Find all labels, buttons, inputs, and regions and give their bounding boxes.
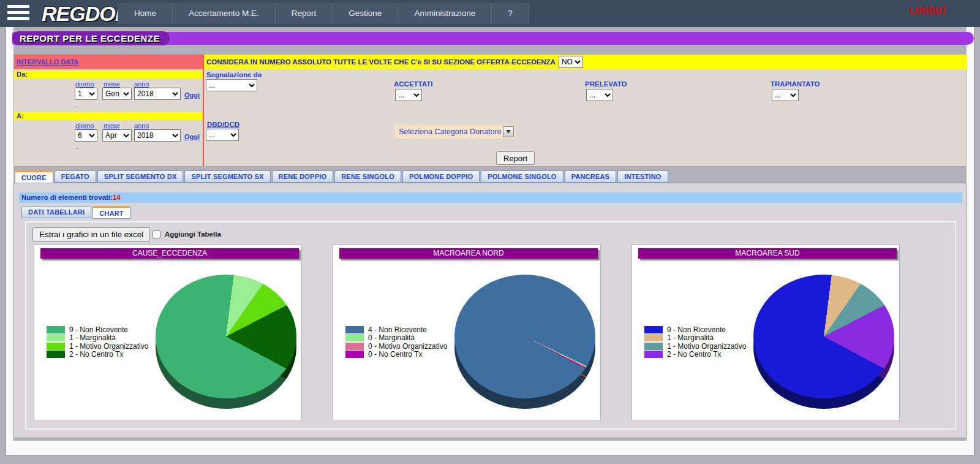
view-tab-chart[interactable]: CHART [92,206,130,219]
legend-label: 1 - Marginalità [667,333,714,342]
nav-item-gestione[interactable]: Gestione [333,3,398,24]
legend-swatch-icon [644,334,663,341]
a-anno-select[interactable]: 2018 [134,129,181,142]
organ-tab-polmone-doppio[interactable]: POLMONE DOPPIO [402,170,480,183]
legend-swatch-icon [644,326,663,333]
pie-surface [156,275,296,398]
legend-label: 1 - Marginalità [69,333,116,342]
legend-label: 9 - Non Ricevente [69,325,128,334]
pie-chart-cause-eccedenza [156,275,296,409]
trapiantato-select[interactable]: ... [772,89,799,101]
extract-excel-button[interactable]: Estrai i grafici in un file excel [32,227,150,242]
results-label: Numero di elementi trovati: [21,194,113,201]
legend-item: 2 - No Centro Tx [47,351,148,359]
a-mese-select[interactable]: Apr [102,129,132,142]
legend-label: 0 - Motivo Organizzativo [368,342,447,351]
a-dots: .. [75,143,79,150]
categoria-donatore-widget[interactable]: Seleziona Categoria Donatore [395,125,515,139]
add-table-checkbox[interactable] [153,230,160,238]
chart-card-macroarea-sud: MACROAREA SUD9 - Non Ricevente1 - Margin… [631,245,900,421]
intervallo-data-link[interactable]: INTERVALLO DATA [17,58,78,66]
results-count: 14 [113,194,121,201]
da-dots: .. [75,102,79,108]
a-label: A: [14,112,203,120]
pie-chart-macroarea-nord [454,275,595,409]
prelevato-label: PRELEVATO [585,80,627,88]
chart-card-macroarea-nord: MACROAREA NORD4 - Non Ricevente0 - Margi… [333,245,601,421]
considera-select[interactable]: NO [559,56,583,68]
date-interval-section: INTERVALLO DATA Da: giorno mese anno 1 G… [14,55,203,166]
da-oggi-link[interactable]: Oggi [184,91,200,99]
legend-label: 0 - No Centro Tx [368,350,422,359]
segnalazione-label: Segnalazione da [206,71,262,78]
organ-tab-cuore[interactable]: CUORE [15,170,53,183]
chart-title-macroarea-sud: MACROAREA SUD [638,248,897,259]
brand-logo: REGDON [42,0,129,27]
accettati-label: ACCETTATI [394,80,432,88]
legend-item: 4 - Non Ricevente [345,325,447,333]
da-mese-label[interactable]: mese [104,80,120,88]
da-giorno-select[interactable]: 1 [75,88,97,100]
legend-swatch-icon [345,343,364,350]
legend-item: 1 - Marginalità [644,334,746,342]
dbd-dcd-label: DBD/DCD [207,121,239,128]
legend-label: 9 - Non Ricevente [667,325,726,334]
logout-link[interactable]: LOGOUT [910,5,946,15]
legend-item: 1 - Motivo Organizzativo [644,342,746,350]
nav-menu: HomeAccertamento M.E.ReportGestioneAmmin… [118,3,529,24]
segnalazione-select[interactable]: ... [206,79,257,91]
view-tab-dati-tabellari[interactable]: DATI TABELLARI [21,206,91,218]
a-mese-label[interactable]: mese [104,122,120,129]
organ-tab-polmone-singolo[interactable]: POLMONE SINGOLO [481,170,563,183]
organ-tab-rene-doppio[interactable]: RENE DOPPIO [272,170,334,183]
organ-tab-rene-singolo[interactable]: RENE SINGOLO [334,170,401,183]
organ-tab-split-segmento-dx[interactable]: SPLIT SEGMENTO DX [97,170,184,183]
chart-panel: Estrai i grafici in un file excel Aggiun… [25,221,956,430]
legend-label: 2 - No Centro Tx [69,350,123,359]
chevron-down-icon[interactable] [503,126,514,137]
organ-tab-fegato[interactable]: FEGATO [55,170,96,183]
nav-item-amministrazione[interactable]: Amministrazione [398,3,492,24]
chart-legend: 9 - Non Ricevente1 - Marginalità1 - Moti… [644,325,746,359]
a-giorno-select[interactable]: 6 [75,129,97,142]
nav-item-home[interactable]: Home [118,3,173,24]
legend-swatch-icon [47,343,65,350]
chart-legend: 9 - Non Ricevente1 - Marginalità1 - Moti… [47,325,148,359]
nav-item-accertamento-m-e[interactable]: Accertamento M.E. [173,3,276,24]
dbd-dcd-select[interactable]: ... [206,129,239,141]
da-giorno-label[interactable]: giorno [75,80,94,88]
prelevato-select[interactable]: ... [586,89,613,101]
da-anno-select[interactable]: 2018 [134,88,181,100]
legend-swatch-icon [345,334,364,341]
organ-tab-split-segmento-sx[interactable]: SPLIT SEGMENTO SX [184,170,270,183]
accettati-select[interactable]: ... [395,89,422,101]
add-table-label[interactable]: Aggiungi Tabella [165,230,221,238]
da-mese-select[interactable]: Gen [102,88,132,100]
nav-item-[interactable]: ? [492,3,529,24]
organ-tab-intestino[interactable]: INTESTINO [617,170,668,183]
chart-card-cause-eccedenza: CAUSE_ECCEDENZA9 - Non Ricevente1 - Marg… [34,245,302,421]
main-panel: Numero di elementi trovati:14 DATI TABEL… [13,183,967,438]
intervallo-data-header: INTERVALLO DATA [14,55,203,69]
legend-swatch-icon [644,343,663,350]
a-anno-label[interactable]: anno [134,122,149,129]
considera-header: CONSIDERA IN NUMERO ASSOLUTO TUTTE LE VO… [204,55,967,69]
charts-row: CAUSE_ECCEDENZA9 - Non Ricevente1 - Marg… [34,245,900,421]
a-oggi-link[interactable]: Oggi [184,133,200,140]
view-tabs: DATI TABELLARICHART [21,206,132,218]
legend-swatch-icon [47,326,65,333]
legend-label: 0 - Marginalità [368,333,415,342]
legend-item: 0 - Motivo Organizzativo [345,342,447,350]
organ-tabs: CUOREFEGATOSPLIT SEGMENTO DXSPLIT SEGMEN… [15,170,669,183]
results-bar: Numero di elementi trovati:14 [19,192,962,203]
pie-surface [753,275,894,398]
nav-item-report[interactable]: Report [276,3,333,24]
legend-swatch-icon [644,351,663,358]
da-anno-label[interactable]: anno [134,80,149,88]
pie-chart-macroarea-sud [753,275,894,409]
organ-tab-pancreas[interactable]: PANCREAS [565,170,617,183]
report-button[interactable]: Report [496,151,535,165]
a-giorno-label[interactable]: giorno [75,122,94,129]
legend-swatch-icon [345,326,364,333]
hamburger-menu-icon[interactable] [7,5,31,22]
